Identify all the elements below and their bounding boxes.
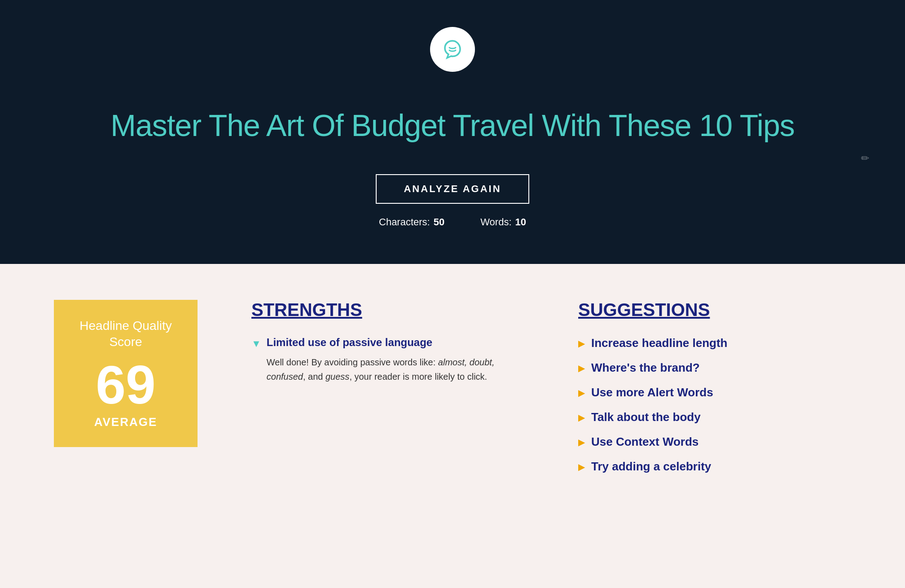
suggestion-text-6: Try adding a celebrity <box>591 460 711 474</box>
suggestion-list: ▶ Increase headline length ▶ Where's the… <box>578 336 851 474</box>
edit-icon[interactable]: ✏ <box>861 153 869 164</box>
suggestion-item-3[interactable]: ▶ Use more Alert Words <box>578 386 851 399</box>
suggestion-item-6[interactable]: ▶ Try adding a celebrity <box>578 460 851 474</box>
suggestion-chevron-icon-6: ▶ <box>578 461 585 472</box>
suggestions-title: SUGGESTIONS <box>578 300 851 320</box>
suggestion-chevron-icon-4: ▶ <box>578 412 585 423</box>
suggestion-text-4: Talk about the body <box>591 410 701 424</box>
score-card: Headline Quality Score 69 AVERAGE <box>54 300 198 447</box>
logo-icon <box>440 37 465 61</box>
strengths-section: STRENGTHS ▼ Limited use of passive langu… <box>251 300 524 384</box>
strengths-title: STRENGTHS <box>251 300 524 320</box>
words-value: 10 <box>515 216 526 228</box>
hero-section: Master The Art Of Budget Travel With The… <box>0 0 905 264</box>
characters-label: Characters: <box>379 216 430 228</box>
suggestion-text-3: Use more Alert Words <box>591 386 713 399</box>
logo-container <box>430 27 475 72</box>
words-label: Words: <box>480 216 511 228</box>
suggestion-item-2[interactable]: ▶ Where's the brand? <box>578 361 851 375</box>
words-stat: Words: 10 <box>480 216 526 228</box>
score-number: 69 <box>96 358 155 412</box>
suggestion-item-4[interactable]: ▶ Talk about the body <box>578 410 851 424</box>
suggestion-text-5: Use Context Words <box>591 435 699 449</box>
suggestion-chevron-icon-5: ▶ <box>578 437 585 448</box>
suggestion-chevron-icon-3: ▶ <box>578 387 585 398</box>
suggestion-chevron-icon-2: ▶ <box>578 363 585 373</box>
suggestions-section: SUGGESTIONS ▶ Increase headline length ▶… <box>578 300 851 474</box>
suggestion-chevron-icon-1: ▶ <box>578 338 585 349</box>
analyze-again-button[interactable]: ANALYZE AGAIN <box>376 174 529 204</box>
suggestion-text-2: Where's the brand? <box>591 361 700 375</box>
strength-item: ▼ Limited use of passive language Well d… <box>251 336 524 384</box>
suggestion-item-5[interactable]: ▶ Use Context Words <box>578 435 851 449</box>
strength-content: Limited use of passive language Well don… <box>267 336 524 384</box>
score-card-title: Headline Quality Score <box>67 318 184 351</box>
bottom-section: Headline Quality Score 69 AVERAGE STRENG… <box>0 264 905 518</box>
suggestion-text-1: Increase headline length <box>591 336 727 350</box>
score-label: AVERAGE <box>94 415 158 429</box>
main-headline: Master The Art Of Budget Travel With The… <box>110 108 795 143</box>
strength-heading: Limited use of passive language <box>267 336 524 349</box>
suggestion-item-1[interactable]: ▶ Increase headline length <box>578 336 851 350</box>
characters-value: 50 <box>434 216 444 228</box>
strength-chevron-icon: ▼ <box>251 338 261 350</box>
characters-stat: Characters: 50 <box>379 216 444 228</box>
strength-body: Well done! By avoiding passive words lik… <box>267 355 524 384</box>
stats-row: Characters: 50 Words: 10 <box>379 216 526 228</box>
